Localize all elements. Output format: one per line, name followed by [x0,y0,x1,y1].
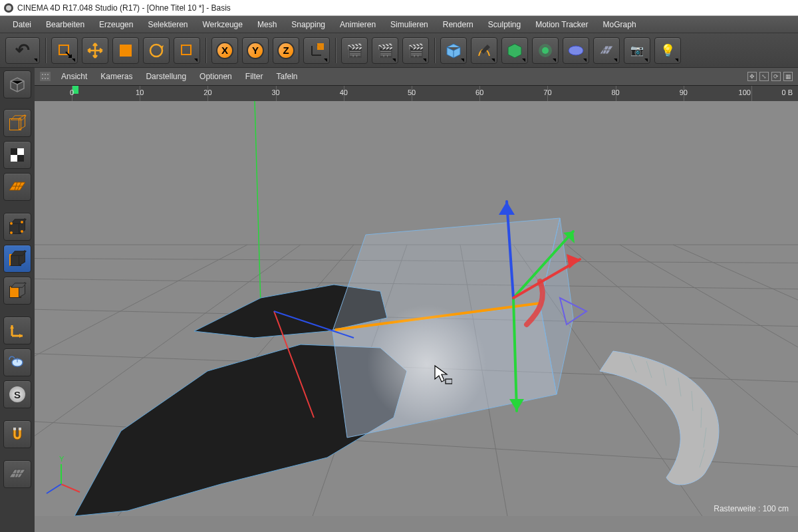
menu-sculpting[interactable]: Sculpting [481,17,528,32]
add-light-button[interactable]: 💡 [654,37,681,64]
locked-workplane-icon [8,467,27,481]
svg-point-19 [21,230,23,233]
menu-selektieren[interactable]: Selektieren [140,17,195,32]
deformer-icon [537,42,554,59]
svg-point-17 [10,231,13,234]
tick-30: 30 [271,88,279,96]
main-toolbar: ↶ X Y Z 🎬 🎬 🎬 📷 💡 [0,33,798,68]
viewport-menubar: Ansicht Kameras Darstellung Optionen Fil… [35,68,798,85]
cursor-icon [434,364,452,388]
make-editable-icon [8,75,27,94]
svg-line-66 [61,484,80,492]
coord-icon [308,42,325,59]
tick-50: 50 [408,88,416,96]
add-environment-button[interactable] [563,37,589,64]
live-select-icon [57,43,72,59]
make-editable-button[interactable] [3,70,31,98]
vmenu-kameras[interactable]: Kameras [94,69,139,84]
menu-bearbeiten[interactable]: Bearbeiten [39,17,92,32]
nav-zoom-icon[interactable]: ⤡ [759,72,769,81]
nav-pan-icon[interactable]: ✥ [747,72,757,81]
magnet-button[interactable] [3,420,31,448]
menu-motiontracker[interactable]: Motion Tracker [528,17,595,32]
move-button[interactable] [82,37,108,64]
render-pv-button[interactable]: 🎬 [372,37,398,64]
rotate-icon [148,42,165,59]
texture-mode-button[interactable] [3,141,31,169]
nav-orbit-icon[interactable]: ⟳ [771,72,781,81]
tick-90: 90 [680,88,688,96]
vmenu-filter[interactable]: Filter [239,69,270,84]
add-scene-button[interactable] [593,37,620,64]
model-mode-button[interactable] [3,109,31,137]
workplane-mode-button[interactable] [3,173,31,201]
vmenu-optionen[interactable]: Optionen [193,69,239,84]
scale-button[interactable] [112,37,139,64]
axis-tool-button[interactable] [3,317,31,344]
axis-tool-icon [9,322,26,339]
add-primitive-button[interactable] [440,37,467,64]
model-mode-icon [9,115,25,131]
render-view-button[interactable]: 🎬 [341,37,368,64]
rotate-button[interactable] [143,37,170,64]
timeline[interactable]: 0 10 20 30 40 50 60 70 80 90 100 0 B [35,85,798,101]
svg-point-31 [45,78,46,79]
axis-x-icon: X [216,42,233,59]
add-generator-button[interactable] [501,37,528,64]
generator-icon [506,42,523,59]
menu-erzeugen[interactable]: Erzeugen [92,17,140,32]
add-spline-button[interactable] [471,37,497,64]
menu-simulieren[interactable]: Simulieren [383,17,436,32]
mouse-icon [8,354,27,370]
svg-point-18 [21,221,23,223]
nav-layout-icon[interactable]: ▦ [783,72,793,81]
grip-icon[interactable] [40,72,51,81]
svg-rect-21 [13,428,16,430]
svg-point-28 [45,74,46,75]
menu-snapping[interactable]: Snapping [284,17,332,32]
svg-rect-26 [40,72,51,81]
undo-button[interactable]: ↶ [5,37,40,64]
timeline-track[interactable]: 0 10 20 30 40 50 60 70 80 90 100 [72,86,751,101]
scene-render: Y [35,85,798,516]
snap-button[interactable]: S [3,380,31,408]
viewport-3d-scene[interactable]: Y Rasterweite : 100 cm [35,85,798,516]
viewport-nav-icons: ✥ ⤡ ⟳ ▦ [747,72,793,81]
soft-select-button[interactable] [3,348,31,376]
axis-x-button[interactable]: X [211,37,238,64]
menu-mograph[interactable]: MoGraph [596,17,644,32]
menu-rendern[interactable]: Rendern [436,17,481,32]
vmenu-ansicht[interactable]: Ansicht [55,69,94,84]
vmenu-darstellung[interactable]: Darstellung [139,69,193,84]
coord-system-button[interactable] [303,37,330,64]
add-deformer-button[interactable] [532,37,559,64]
render-settings-button[interactable]: 🎬 [402,37,429,64]
vmenu-tafeln[interactable]: Tafeln [269,69,304,84]
svg-rect-2 [182,45,191,55]
axis-z-button[interactable]: Z [273,37,299,64]
menu-datei[interactable]: Datei [5,17,39,32]
menu-mesh[interactable]: Mesh [250,17,284,32]
live-select-button[interactable] [51,37,78,64]
tick-20: 20 [203,88,211,96]
svg-line-68 [47,484,61,493]
svg-point-1 [150,45,162,57]
tick-70: 70 [543,88,551,96]
edge-mode-button[interactable] [3,245,31,273]
svg-point-30 [42,78,43,79]
tick-40: 40 [340,88,348,96]
last-tool-button[interactable] [174,37,200,64]
locked-workplane-button[interactable] [3,460,31,488]
menu-animieren[interactable]: Animieren [332,17,383,32]
add-camera-button[interactable]: 📷 [624,37,650,64]
light-icon: 💡 [660,43,675,58]
svg-point-5 [542,47,549,54]
svg-point-27 [42,74,43,75]
svg-rect-11 [11,148,17,155]
menu-werkzeuge[interactable]: Werkzeuge [195,17,249,32]
window-titlebar: CINEMA 4D R17.048 Studio (R17) - [Ohne T… [0,0,798,16]
point-mode-button[interactable] [3,213,31,241]
axis-y-button[interactable]: Y [242,37,269,64]
polygon-mode-button[interactable] [3,277,31,305]
undo-icon: ↶ [15,40,30,61]
